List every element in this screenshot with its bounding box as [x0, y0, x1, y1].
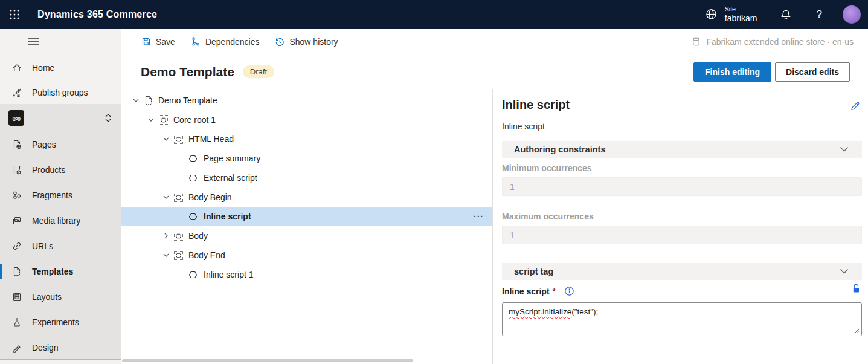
dependencies-label: Dependencies [205, 37, 260, 47]
container-module-icon [174, 232, 188, 241]
tree-node-label: Inline script [204, 212, 251, 221]
min-occurrences-label: Minimum occurrences [502, 163, 592, 173]
products-icon [12, 165, 22, 175]
chevron-down-icon[interactable] [143, 116, 159, 123]
broadcast-icon[interactable]: ((o)) [8, 110, 24, 126]
history-icon [275, 37, 285, 47]
tree-node-label: External script [204, 173, 257, 183]
tree-node-inline-script-1[interactable]: Inline script 1 [121, 265, 492, 284]
module-properties-panel: Inline script Inline script Authoring co… [493, 89, 868, 364]
tree-node-label: Body [188, 231, 208, 241]
sidebar-item-publish-groups[interactable]: Publish groups [0, 80, 121, 105]
container-module-icon [174, 193, 188, 202]
environment-label: Fabrikam extended online store · en-us [706, 37, 854, 47]
sidebar-item-templates[interactable]: Templates [0, 259, 121, 284]
resize-grip-icon[interactable] [854, 328, 860, 334]
script-text-misspelled: myScript.initialize [509, 307, 571, 316]
chevron-down-icon[interactable] [128, 97, 144, 104]
unlock-icon[interactable] [851, 283, 861, 294]
database-icon [692, 37, 701, 47]
chevron-down-icon [840, 146, 849, 152]
design-ruler-icon [12, 343, 22, 353]
sidebar-item-pages[interactable]: Pages [0, 132, 121, 157]
section-label: script tag [514, 267, 553, 276]
site-switcher[interactable]: Site fabrikam [705, 5, 757, 23]
discard-edits-button[interactable]: Discard edits [775, 62, 850, 82]
tree-node-body[interactable]: Body [121, 226, 492, 245]
expand-collapse-icon[interactable] [104, 112, 112, 123]
sidebar-item-experiments[interactable]: Experiments [0, 310, 121, 335]
sidebar-item-label: Templates [32, 267, 73, 276]
site-switcher-label: Site fabrikam [725, 5, 757, 23]
panel-subtitle: Inline script [502, 122, 545, 131]
chevron-down-icon [840, 268, 849, 275]
tree-node-label: HTML Head [188, 134, 234, 144]
app-launcher-waffle-icon[interactable] [0, 0, 29, 29]
tree-node-label: Body Begin [188, 192, 232, 202]
app-title: Dynamics 365 Commerce [37, 9, 157, 20]
authoring-constraints-section-header[interactable]: Authoring constraints [502, 141, 862, 158]
tree-node-inline-script-selected[interactable]: Inline script ··· [121, 207, 492, 226]
command-bar: Save Dependencies Show history [121, 29, 868, 54]
sidebar-item-products[interactable]: Products [0, 157, 121, 183]
sidebar-item-label: Layouts [32, 292, 62, 302]
dependencies-button[interactable]: Dependencies [191, 37, 260, 47]
environment-selector[interactable]: Fabrikam extended online store · en-us [692, 37, 854, 47]
rocket-list-icon [12, 88, 22, 97]
site-label: Site [725, 5, 757, 13]
edit-pencil-icon[interactable] [850, 100, 861, 111]
nav-collapse-button[interactable] [28, 37, 39, 46]
sidebar-item-design[interactable]: Design [0, 335, 121, 360]
tree-node-label: Core root 1 [173, 115, 216, 125]
module-hexagon-icon [189, 213, 204, 221]
top-bar: Dynamics 365 Commerce Site fabrikam [0, 0, 868, 29]
tree-node-page-summary[interactable]: Page summary [121, 149, 492, 168]
horizontal-scrollbar-thumb[interactable] [122, 359, 413, 362]
inline-script-field-label: Inline script [502, 287, 550, 296]
templates-icon [12, 267, 22, 276]
save-icon [141, 37, 151, 47]
tree-node-body-end[interactable]: Body End [121, 245, 492, 265]
more-options-icon[interactable]: ··· [474, 212, 484, 221]
hamburger-icon [28, 37, 39, 46]
tree-node-demo-template[interactable]: Demo Template [121, 91, 492, 110]
inline-script-field-label-row: Inline script * [502, 286, 574, 296]
sidebar-item-home[interactable]: Home [0, 55, 121, 80]
sidebar-item-urls[interactable]: URLs [0, 233, 121, 259]
max-occurrences-input [502, 226, 862, 244]
container-module-icon [174, 135, 188, 144]
left-nav-main-section: ((o)) Pages [0, 104, 121, 359]
sidebar-item-label: Design [32, 343, 59, 353]
chevron-right-icon[interactable] [158, 232, 174, 239]
sidebar-item-layouts[interactable]: Layouts [0, 284, 121, 310]
sidebar-item-media-library[interactable]: Media library [0, 208, 121, 233]
show-history-button[interactable]: Show history [275, 37, 338, 47]
notifications-button[interactable] [780, 9, 791, 20]
save-button[interactable]: Save [141, 37, 175, 47]
chevron-down-icon[interactable] [158, 193, 174, 201]
help-button[interactable]: ? [817, 8, 822, 21]
pages-icon [12, 140, 22, 149]
module-hexagon-icon [189, 155, 204, 163]
media-library-icon [12, 216, 22, 226]
tree-node-core-root-1[interactable]: Core root 1 [121, 110, 492, 129]
info-icon[interactable] [564, 286, 574, 296]
chevron-down-icon[interactable] [158, 135, 174, 143]
tree-node-external-script[interactable]: External script [121, 168, 492, 187]
show-history-label: Show history [289, 37, 338, 47]
globe-icon [705, 8, 718, 21]
template-page-icon [144, 96, 158, 105]
script-text-rest: ("test"); [571, 307, 598, 316]
tree-node-html-head[interactable]: HTML Head [121, 129, 492, 149]
inline-script-textarea[interactable]: myScript.initialize("test"); [502, 302, 862, 336]
user-avatar[interactable] [843, 5, 861, 24]
script-tag-section-header[interactable]: script tag [502, 263, 862, 280]
finish-editing-button[interactable]: Finish editing [693, 62, 771, 82]
tree-node-body-begin[interactable]: Body Begin [121, 187, 492, 207]
sidebar-item-fragments[interactable]: Fragments [0, 183, 121, 208]
chevron-down-icon[interactable] [158, 252, 174, 259]
layouts-icon [12, 292, 22, 302]
page-header: Demo Template Draft Finish editing Disca… [121, 54, 868, 89]
flask-icon [12, 317, 22, 327]
left-nav: Home Publish groups ((o)) [0, 54, 121, 364]
